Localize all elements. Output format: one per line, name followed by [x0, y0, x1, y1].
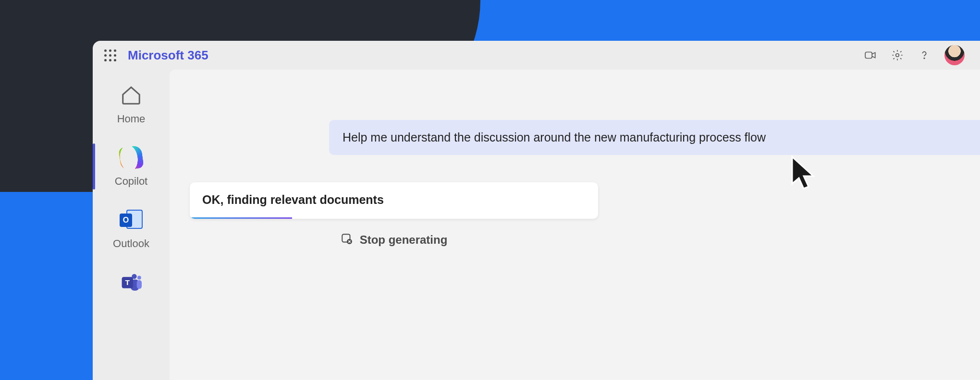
assistant-status-text: OK, finding relevant documents — [190, 182, 598, 217]
copilot-icon — [119, 145, 144, 170]
stop-icon — [341, 233, 353, 247]
stop-generating-label: Stop generating — [360, 233, 448, 247]
home-icon — [119, 83, 144, 108]
sidebar-item-label: Outlook — [113, 238, 149, 250]
meet-now-icon[interactable] — [864, 48, 877, 62]
avatar[interactable] — [944, 45, 965, 65]
cursor-icon — [789, 155, 818, 193]
stop-generating-button[interactable]: Stop generating — [190, 233, 598, 247]
gear-icon[interactable] — [891, 48, 904, 62]
sidebar-item-label: Home — [117, 113, 146, 125]
outlook-icon: O — [119, 208, 144, 233]
sidebar-item-copilot[interactable]: Copilot — [93, 145, 170, 188]
brand-title: Microsoft 365 — [128, 48, 208, 63]
title-bar: Microsoft 365 — [93, 41, 980, 70]
chat-main: Help me understand the discussion around… — [170, 70, 980, 380]
user-message-bubble: Help me understand the discussion around… — [329, 120, 980, 155]
svg-text:T: T — [125, 278, 130, 286]
svg-rect-6 — [137, 280, 142, 289]
app-window: Microsoft 365 — [93, 41, 980, 380]
app-launcher-icon[interactable] — [104, 49, 116, 61]
svg-rect-0 — [865, 52, 872, 59]
user-message-text: Help me understand the discussion around… — [343, 131, 766, 144]
svg-point-2 — [924, 58, 924, 59]
help-icon[interactable] — [918, 48, 931, 62]
assistant-status-card: OK, finding relevant documents — [190, 182, 598, 219]
teams-icon: T — [119, 270, 144, 295]
svg-point-4 — [137, 276, 141, 280]
title-actions — [864, 45, 968, 65]
sidebar-item-teams[interactable]: T — [93, 270, 170, 295]
progress-bar — [190, 217, 598, 219]
sidebar-item-home[interactable]: Home — [93, 83, 170, 125]
svg-point-1 — [896, 54, 899, 57]
sidebar-item-label: Copilot — [115, 175, 147, 188]
sidebar-item-outlook[interactable]: O Outlook — [93, 208, 170, 250]
sidebar: Home Copilot O Outlook — [93, 70, 170, 380]
